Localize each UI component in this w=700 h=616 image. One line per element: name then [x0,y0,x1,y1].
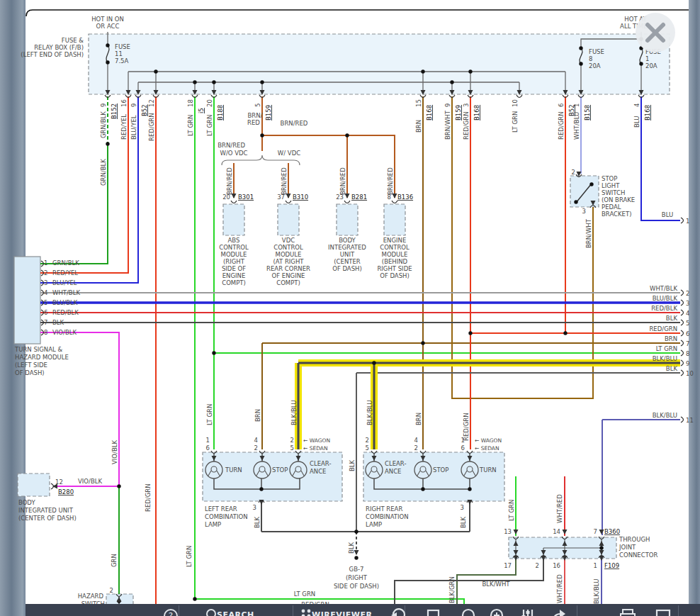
pin-arc [638,95,644,98]
pin-arc [681,320,684,325]
junction-dot [260,133,264,137]
diagram-label: 2 [536,562,539,569]
arrow [514,530,519,534]
diagram-label: WHT/BLK [650,285,677,292]
diagram-label: RED/YEL [120,114,128,140]
diagram-label: GRN/BLK [52,259,79,267]
pin-arc [344,201,350,203]
pin-arc [231,201,237,203]
print-icon[interactable] [619,608,636,616]
diagram-label: BRN [415,413,422,425]
diagram-label: RED/BLK [651,305,677,312]
diagram-label: 2 [686,290,689,297]
diagram-label: RED/GRN [558,111,565,140]
diagram-label: RED [247,119,260,126]
diagram-label: 4 [254,437,258,444]
diagram-label: 14 [553,528,560,535]
diagram-label: (BEHIND [382,258,408,265]
close-button[interactable] [636,13,675,52]
diagram-label: SIDE OF DASH) [334,583,379,590]
close-icon [636,13,675,52]
diagram-label: BODY [339,237,356,244]
diagram-label: COMBINATION [205,513,248,520]
diagram-label: UNIT [340,251,355,258]
undo-icon[interactable] [390,608,406,616]
diagram-label: VIO/BLK [52,329,77,336]
pin-arc [259,95,265,98]
diagram-label: BRN [254,409,261,422]
diagram-label: B168 [473,105,480,121]
diagram-label: BODY [18,499,35,506]
diagram-label: OR ACC [96,23,120,30]
diagram-label: 20A [589,62,601,69]
wire [40,96,128,273]
diagram-label: 6 [44,309,47,316]
wireviewer-icon[interactable] [300,608,312,616]
diagram-label: BRN/RED [226,167,233,195]
pin-arc [51,483,54,489]
junction-dot [372,361,376,364]
diagram-label: 2 [290,437,294,444]
diagram-label: 20A [645,62,657,69]
diagram-label: (ON BRAKE [602,196,635,203]
pin-arc [681,290,684,296]
junction-dot [599,546,603,549]
junction-dot [106,60,109,64]
diagram-label: 12 [148,99,155,107]
crop-icon[interactable] [426,608,441,616]
diagram-label: BLK/BLU [593,579,600,604]
diagram-label: 20 [222,194,230,201]
wiring-diagram: HOT IN ONOR ACCHOT ATALL TIMESFUSE &RELA… [0,0,700,616]
diagram-label: 2 [254,444,258,452]
diagram-label: BLK/BLU [290,401,298,425]
search-button[interactable]: SEARCH [217,610,254,616]
diagram-label: 17 [504,562,512,569]
diagram-label: 7 [44,319,47,326]
diagram-label: STOP [272,466,288,474]
share-icon[interactable] [551,608,568,616]
help-icon[interactable]: ? [163,608,179,616]
junction-dot [354,530,358,533]
diagram-label: 2 [414,444,418,452]
diagram-label: BLK/BLU [653,355,677,362]
pin-arc [468,95,473,98]
wire [40,144,108,264]
diagram-label: B159 [265,105,272,121]
pin-arc [153,95,159,98]
frame-icon[interactable] [655,608,672,616]
junction-dot [574,200,577,203]
diagram-label: LT GRN [508,500,515,521]
diagram-label: (CENTER OF DASH) [18,515,77,522]
diagram-label: B136 [397,194,413,201]
diagram-label: 6 [206,444,210,452]
diagram-label: 1 [686,218,689,225]
pin-arc [681,310,684,315]
diagram-label: W/O VDC [220,150,248,157]
diagram-label: BRACKET) [602,211,631,218]
diagram-label: STOP [602,175,617,182]
diagram-label: 5 [254,103,261,107]
zoom-icon[interactable] [461,608,477,616]
diagram-label: OF DASH) [15,369,45,376]
zoom-in-icon[interactable] [490,608,505,616]
diagram-label: INTEGRATED UNIT [18,507,74,514]
diagram-label: HAZARD MODULE [15,354,69,361]
diagram-label: BLK/GRN [448,576,456,603]
diagram-label: RED/GRN [145,483,152,512]
diagram-label: WHT/RED [556,574,563,603]
adjust-icon[interactable] [520,608,536,616]
junction-dot [106,43,109,47]
diagram-label: 7.5A [115,57,129,65]
wireviewer-button[interactable]: WIREVIEWER [312,610,372,616]
diagram-label: BRN/RED [281,120,308,127]
pin-arc [105,95,111,98]
diagram-label: LAMP [205,521,221,528]
diagram-label: RED/BLK [52,309,79,316]
diagram-label: COMPT) [222,279,246,286]
diagram-label: HOT IN ON [91,16,124,23]
diagram-label: BRN/RED [218,142,245,149]
diagram-label: B168 [426,105,433,121]
diagram-label: (RIGHT [346,574,368,581]
diagram-label: GB-7 [349,566,364,573]
toolbar-divider [179,605,179,616]
